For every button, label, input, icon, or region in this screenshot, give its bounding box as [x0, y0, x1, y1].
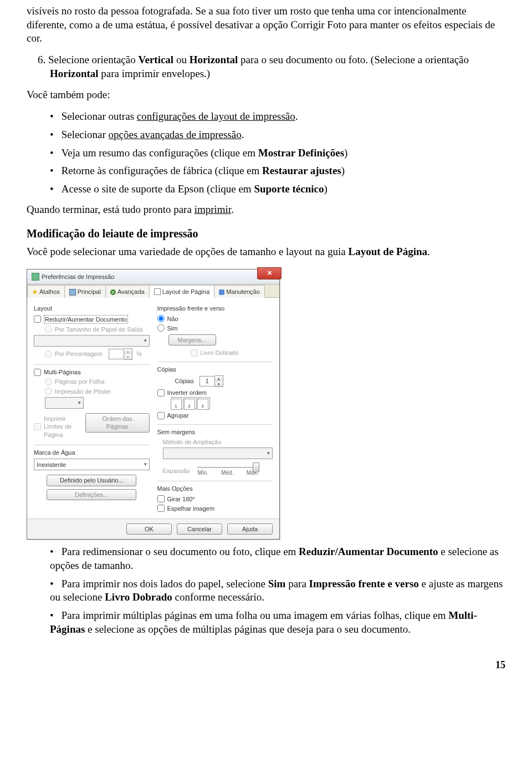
text: )	[324, 183, 328, 195]
enlargement-method-label: Método de Ampliação	[163, 438, 273, 446]
duplex-no-radio[interactable]: Não	[157, 315, 273, 323]
list-item: Para imprimir múltiplas páginas em uma f…	[50, 609, 505, 636]
chevron-down-icon: ▾	[78, 400, 81, 406]
text: Selecionar outras	[62, 110, 137, 122]
radio-label: Impressão de Pôster	[55, 388, 111, 395]
dialog-body: Layout Reduzir/Aumentar Documento Por Ta…	[27, 298, 279, 518]
spinner-value: 1	[200, 376, 215, 387]
text: para	[285, 578, 309, 589]
text-bold: Mostrar Definições	[258, 147, 344, 159]
percentage-spinner[interactable]: ▴▾	[109, 348, 132, 360]
tab-page-layout[interactable]: Layout de Página	[149, 285, 215, 298]
collate-checkbox[interactable]: Agrupar	[157, 411, 273, 419]
step-6: 6. Selecione orientação Vertical ou Hori…	[27, 53, 505, 80]
print-borders-checkbox[interactable]: Imprimir Limites de Página	[34, 415, 82, 439]
by-percentage-radio[interactable]: Por Percentagem ▴▾ %	[45, 348, 150, 360]
checkbox-label: Girar 180°	[167, 495, 195, 503]
watermark-combo[interactable]: Inexistente▾	[34, 459, 150, 470]
copies-spinner[interactable]: 1▴▾	[200, 375, 223, 387]
copies-group-label: Cópias	[157, 365, 273, 373]
text-bold: Layout de Página	[349, 246, 428, 257]
star-icon	[32, 289, 38, 295]
layout-group-label: Layout	[34, 304, 150, 312]
radio-label: Por Tamanho de Papel de Saída	[55, 326, 143, 333]
borderless-group-label: Sem margens	[157, 428, 273, 436]
slider-tick-labels: Mín.Méd.Máx.	[197, 469, 258, 476]
expansion-slider[interactable]	[197, 467, 258, 468]
text-bold: Restaurar ajustes	[262, 165, 341, 176]
help-button[interactable]: Ajuda	[227, 523, 273, 535]
checkbox-label: Agrupar	[167, 411, 189, 419]
checkbox-label: Espelhar imagem	[167, 505, 215, 512]
page-icon	[154, 288, 161, 295]
user-defined-button[interactable]: Definido pelo Usuário...	[47, 475, 136, 486]
poster-print-radio[interactable]: Impressão de Pôster	[45, 388, 150, 395]
text-bold: Vertical	[138, 54, 173, 65]
rotate-180-checkbox[interactable]: Girar 180°	[157, 495, 273, 503]
multi-pages-combo[interactable]: ▾	[45, 397, 84, 409]
list-item: Selecionar outras configurações de layou…	[50, 110, 505, 124]
text: Para redimensionar o seu documento ou fo…	[62, 546, 299, 557]
page-order-button[interactable]: Ordem das Páginas	[85, 413, 150, 433]
ok-button[interactable]: OK	[126, 523, 172, 535]
tab-main[interactable]: Principal	[64, 285, 106, 298]
globe-icon	[110, 289, 116, 295]
reverse-order-checkbox[interactable]: Inverter ordem	[157, 389, 273, 396]
radio-label: Não	[167, 315, 178, 323]
mirror-image-checkbox[interactable]: Espelhar imagem	[157, 505, 273, 512]
text: Acesse o site de suporte da Epson (cliqu…	[62, 183, 254, 195]
text-bold: Suporte técnico	[254, 183, 324, 195]
close-button[interactable]: ✕	[257, 267, 282, 279]
radio-label: Sim	[167, 324, 178, 332]
definitions-button[interactable]: Definições...	[47, 489, 136, 500]
radio-label: Páginas por Folha	[55, 378, 104, 385]
text: conforme necessário.	[172, 591, 264, 603]
duplex-yes-radio[interactable]: Sim	[157, 324, 273, 332]
tab-shortcuts[interactable]: Atalhos	[27, 285, 65, 298]
section-title: Modificação do leiaute de impressão	[27, 226, 505, 241]
text: para imprimir envelopes.)	[99, 68, 211, 79]
text: e selecione as opções de múltiplas págin…	[85, 623, 411, 635]
text: Veja um resumo das configurações (clique…	[62, 147, 258, 159]
text: .	[427, 246, 430, 257]
also-label: Você também pode:	[27, 88, 505, 102]
list-item: Acesse o site de suporte da Epson (cliqu…	[50, 182, 505, 196]
text: Para imprimir múltiplas páginas em uma f…	[62, 609, 449, 621]
app-icon	[32, 273, 39, 281]
chevron-down-icon: ▾	[144, 461, 147, 468]
tab-label: Avançada	[117, 288, 145, 296]
pages-per-sheet-radio[interactable]: Páginas por Folha	[45, 378, 150, 385]
watermark-group-label: Marca de Água	[34, 449, 150, 456]
cancel-button[interactable]: Cancelar	[177, 523, 222, 535]
text: Selecionar	[62, 129, 109, 140]
list-item: Para imprimir nos dois lados do papel, s…	[50, 577, 505, 604]
output-size-combo[interactable]: ▾	[34, 335, 150, 347]
also-list: Selecionar outras configurações de layou…	[27, 110, 505, 196]
tab-label: Atalhos	[39, 288, 60, 296]
enlargement-combo[interactable]: ▾	[163, 448, 273, 459]
text: Quando terminar, está tudo pronto para	[27, 204, 195, 215]
chevron-down-icon: ▾	[144, 338, 147, 344]
link-text: configurações de layout de impressão	[137, 110, 295, 122]
margins-button[interactable]: Margens...	[168, 334, 216, 345]
radio-label: Por Percentagem	[55, 350, 103, 358]
text-bold: Sim	[268, 578, 286, 589]
reduce-enlarge-checkbox[interactable]: Reduzir/Aumentar Documento	[34, 315, 150, 324]
list-item: Retorne às configurações de fábrica (cli…	[50, 164, 505, 178]
checkbox-label: Imprimir Limites de Página	[44, 415, 82, 439]
combo-value: Inexistente	[37, 461, 66, 469]
checkbox-label: Inverter ordem	[167, 389, 207, 396]
tab-maintenance[interactable]: Manutenção	[214, 285, 265, 298]
text-bold: Reduzir/Aumentar Documento	[299, 546, 438, 557]
text: Selecione orientação	[48, 54, 138, 65]
bottom-list: Para redimensionar o seu documento ou fo…	[27, 545, 505, 636]
by-output-size-radio[interactable]: Por Tamanho de Papel de Saída	[45, 326, 150, 333]
multi-pages-checkbox[interactable]: Multi-Páginas	[34, 368, 150, 376]
tab-label: Layout de Página	[162, 288, 210, 296]
done-paragraph: Quando terminar, está tudo pronto para i…	[27, 203, 505, 217]
print-preferences-dialog: Preferências de Impressão ✕ Atalhos Prin…	[27, 269, 280, 540]
more-options-group-label: Mais Opções	[157, 485, 273, 492]
tab-advanced[interactable]: Avançada	[105, 285, 150, 298]
folded-book-checkbox[interactable]: Livro Dobrado	[191, 349, 273, 357]
percent-unit: %	[137, 350, 142, 358]
